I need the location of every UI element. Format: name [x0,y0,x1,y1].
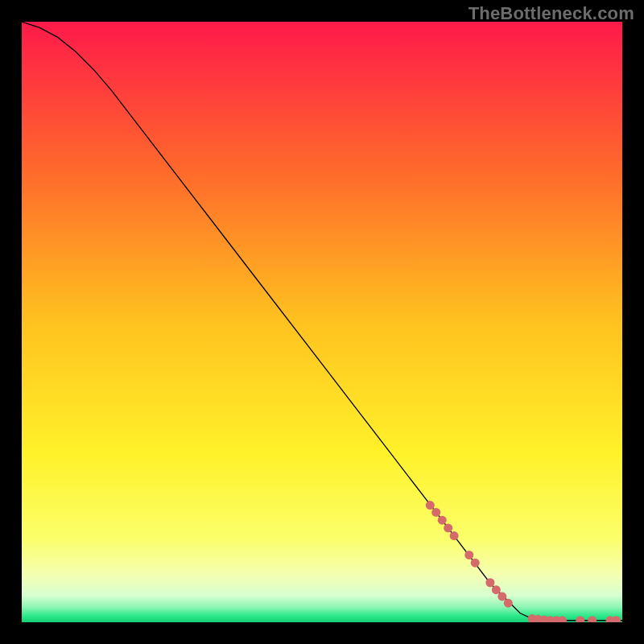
scatter-dot [431,508,440,517]
chart-plot-area [22,22,622,622]
scatter-dot [464,551,473,559]
chart-svg [22,22,622,622]
scatter-dot [438,516,447,525]
scatter-dot [492,585,501,594]
scatter-dot [444,523,452,532]
scatter-dot [485,578,494,587]
chart-background [22,22,622,622]
scatter-dot [471,559,480,568]
scatter-dot [426,501,435,510]
scatter-dot [504,599,513,608]
scatter-dot [497,592,506,601]
scatter-dot [450,531,459,540]
